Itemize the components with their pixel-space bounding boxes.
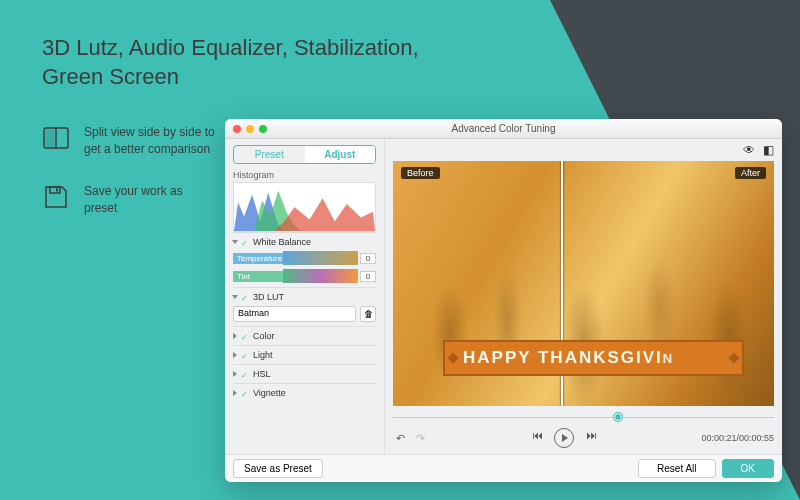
save-preset-icon xyxy=(42,183,70,211)
play-button[interactable] xyxy=(554,428,574,448)
chevron-right-icon xyxy=(233,333,237,339)
slider-track[interactable] xyxy=(283,269,358,283)
slider-label: Tint xyxy=(233,271,283,282)
feature-save-preset: Save your work as preset xyxy=(42,183,219,218)
chevron-down-icon xyxy=(232,295,238,299)
slider-track[interactable] xyxy=(283,251,358,265)
chevron-right-icon xyxy=(233,390,237,396)
video-title-banner: HAPPY THANKSGIVIN xyxy=(443,340,744,376)
group-label: White Balance xyxy=(253,237,311,247)
feature-text: Save your work as preset xyxy=(84,183,219,218)
feature-split-view: Split view side by side to get a better … xyxy=(42,124,219,159)
adjust-sidebar: Preset Adjust Histogram White Balance xyxy=(225,139,385,454)
prev-frame-icon[interactable]: ⏮ xyxy=(530,428,544,442)
close-icon[interactable] xyxy=(233,125,241,133)
redo-icon[interactable]: ↷ xyxy=(413,431,427,445)
split-view-icon xyxy=(42,124,70,152)
next-frame-icon[interactable]: ⏭ xyxy=(584,428,598,442)
checkmark-icon[interactable] xyxy=(241,238,249,246)
group-color[interactable]: Color xyxy=(233,331,376,341)
checkmark-icon[interactable] xyxy=(241,351,249,359)
group-label: HSL xyxy=(253,369,271,379)
tint-slider[interactable]: Tint 0 xyxy=(233,269,376,283)
color-tuning-window: Advanced Color Tuning Preset Adjust Hist… xyxy=(225,119,782,482)
group-white-balance[interactable]: White Balance xyxy=(233,237,376,247)
marketing-headline: 3D Lutz, Audio Equalizer, Stabilization,… xyxy=(42,34,462,91)
checkmark-icon[interactable] xyxy=(241,293,249,301)
group-label: Light xyxy=(253,350,273,360)
trash-icon[interactable]: 🗑 xyxy=(360,306,376,322)
play-icon xyxy=(562,434,568,442)
group-hsl[interactable]: HSL xyxy=(233,369,376,379)
chevron-right-icon xyxy=(233,352,237,358)
maximize-icon[interactable] xyxy=(259,125,267,133)
reset-all-button[interactable]: Reset All xyxy=(638,459,715,478)
group-3d-lut[interactable]: 3D LUT xyxy=(233,292,376,302)
checkmark-icon[interactable] xyxy=(241,389,249,397)
chevron-down-icon xyxy=(232,240,238,244)
slider-value[interactable]: 0 xyxy=(360,271,376,282)
minimize-icon[interactable] xyxy=(246,125,254,133)
undo-icon[interactable]: ↶ xyxy=(393,431,407,445)
group-label: 3D LUT xyxy=(253,292,284,302)
ok-button[interactable]: OK xyxy=(722,459,774,478)
group-label: Color xyxy=(253,331,275,341)
slider-label: Temperature xyxy=(233,253,283,264)
window-title: Advanced Color Tuning xyxy=(225,123,782,134)
chevron-right-icon xyxy=(233,371,237,377)
preview-viewport: Before After HAPPY THANKSGIVIN xyxy=(393,161,774,406)
tab-switch: Preset Adjust xyxy=(233,145,376,164)
before-badge: Before xyxy=(401,167,440,179)
group-vignette[interactable]: Vignette xyxy=(233,388,376,398)
compare-icon[interactable]: ◧ xyxy=(763,143,774,157)
svg-rect-2 xyxy=(46,130,55,147)
histogram xyxy=(233,182,376,232)
svg-rect-4 xyxy=(56,188,58,191)
histogram-label: Histogram xyxy=(233,170,376,180)
group-label: Vignette xyxy=(253,388,286,398)
titlebar: Advanced Color Tuning xyxy=(225,119,782,139)
eye-icon[interactable]: 👁 xyxy=(743,143,755,157)
timecode: 00:00:21/00:00:55 xyxy=(701,433,774,443)
timeline[interactable] xyxy=(393,410,774,424)
svg-rect-3 xyxy=(50,187,60,193)
banner-text: HAPPY THANKSGIVIN xyxy=(463,348,674,368)
checkmark-icon[interactable] xyxy=(241,370,249,378)
tab-preset[interactable]: Preset xyxy=(234,146,305,163)
feature-text: Split view side by side to get a better … xyxy=(84,124,219,159)
lut-select[interactable]: Batman xyxy=(233,306,356,322)
tab-adjust[interactable]: Adjust xyxy=(305,146,376,163)
temperature-slider[interactable]: Temperature 0 xyxy=(233,251,376,265)
playhead[interactable] xyxy=(614,413,622,421)
group-light[interactable]: Light xyxy=(233,350,376,360)
checkmark-icon[interactable] xyxy=(241,332,249,340)
slider-value[interactable]: 0 xyxy=(360,253,376,264)
after-badge: After xyxy=(735,167,766,179)
save-preset-button[interactable]: Save as Preset xyxy=(233,459,323,478)
